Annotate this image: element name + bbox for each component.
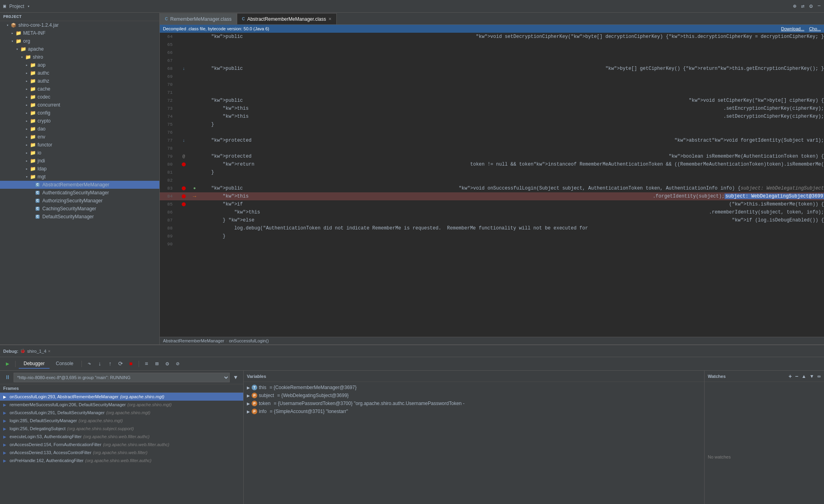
tree-item-shiro[interactable]: ▾ 📁 shiro xyxy=(0,53,159,61)
watches-up-icon[interactable]: ▲ xyxy=(802,374,806,379)
tree-item-concurrent[interactable]: ▸ 📁 concurrent xyxy=(0,101,159,109)
tree-item-io[interactable]: ▸ 📁 io xyxy=(0,149,159,157)
frames-pause-icon[interactable]: ⏸ xyxy=(3,373,12,382)
resume-icon[interactable]: ▶ xyxy=(3,360,12,368)
tree-item-config[interactable]: ▸ 📁 config xyxy=(0,109,159,117)
line-content[interactable]: "kw">this xyxy=(198,106,723,111)
breakpoint[interactable] xyxy=(182,186,186,190)
thread-selector[interactable]: *http-nio-8080-exec-8*@3,695 in group "m… xyxy=(14,373,230,382)
download-link[interactable]: Download... xyxy=(781,26,804,31)
line-content[interactable]: "kw">return xyxy=(198,162,470,167)
tab-console[interactable]: Console xyxy=(51,359,78,369)
line-content[interactable]: "kw">this xyxy=(198,210,709,215)
tree-item-aop[interactable]: ▸ 📁 aop xyxy=(0,61,159,69)
frame-item-8[interactable]: ▶ onPreHandle:162, AuthenticatingFilter … xyxy=(0,457,243,464)
tree-item-shiro-jar[interactable]: ▾ 📦 shiro-core-1.2.4.jar xyxy=(0,21,159,29)
frame-icon: ▶ xyxy=(3,435,8,439)
tree-item-org[interactable]: ▾ 📁 org xyxy=(0,37,159,45)
stop-icon[interactable]: ■ xyxy=(127,360,135,368)
tree-item-cache[interactable]: ▸ 📁 cache xyxy=(0,85,159,93)
watches-copy-icon[interactable]: ∞ xyxy=(817,374,821,379)
tree-item-AuthorizingSecurityManager[interactable]: C AuthorizingSecurityManager xyxy=(0,197,159,205)
dropdown-arrow[interactable]: ▾ xyxy=(28,4,30,9)
tab-abstract-remember-me-manager[interactable]: C AbstractRememberMeManager.class ✕ xyxy=(237,13,337,24)
rerun-icon[interactable]: ⟳ xyxy=(116,360,125,368)
tree-item-meta-inf[interactable]: ▸ 📁 META-INF xyxy=(0,29,159,37)
tree-item-apache[interactable]: ▾ 📁 apache xyxy=(0,45,159,53)
var-value: = {SimpleAccount@3701} "lonestarr" xyxy=(270,409,348,414)
line-content[interactable]: "kw">public xyxy=(198,186,459,191)
globe-icon[interactable]: ⊕ xyxy=(793,3,796,10)
line-content[interactable]: "kw">if xyxy=(198,202,729,207)
line-number: 74 xyxy=(160,114,176,119)
frame-item-0[interactable]: ▶ onSuccessfulLogin:293, AbstractRemembe… xyxy=(0,393,243,401)
arrows-icon[interactable]: ⇄ xyxy=(801,3,804,10)
tree-item-AuthenticatingSecurityManager[interactable]: C AuthenticatingSecurityManager xyxy=(0,189,159,197)
tree-icon: 📁 xyxy=(30,134,36,140)
tree-item-ldap[interactable]: ▸ 📁 ldap xyxy=(0,165,159,173)
settings-icon[interactable]: ⚙ xyxy=(163,360,172,368)
tree-item-mgt[interactable]: ▾ 📁 mgt xyxy=(0,173,159,181)
breakpoint[interactable] xyxy=(182,162,186,166)
watches-remove-icon[interactable]: − xyxy=(795,373,798,379)
frame-item-5[interactable]: ▶ executeLogin:53, AuthenticatingFilter … xyxy=(0,433,243,441)
var-expand-arrow[interactable]: ▶ xyxy=(247,409,250,414)
tree-label: shiro-core-1.2.4.jar xyxy=(18,22,59,28)
tree-arrow: ▾ xyxy=(10,39,15,43)
var-expand-arrow[interactable]: ▶ xyxy=(247,385,250,390)
var-expand-arrow[interactable]: ▶ xyxy=(247,393,250,398)
tree-item-crypto[interactable]: ▸ 📁 crypto xyxy=(0,117,159,125)
step-into-icon[interactable]: ↓ xyxy=(95,360,104,368)
code-line-80: 80 "kw">return token != null && token "k… xyxy=(160,160,824,168)
var-expand-arrow[interactable]: ▶ xyxy=(247,401,250,406)
tree-item-CachingSecurityManager[interactable]: C CachingSecurityManager xyxy=(0,205,159,213)
tree-item-DefaultSecurityManager[interactable]: C DefaultSecurityManager xyxy=(0,213,159,221)
frame-item-2[interactable]: ▶ onSuccessfulLogin:291, DefaultSecurity… xyxy=(0,409,243,417)
line-content[interactable]: "kw">public xyxy=(198,98,689,103)
tree-item-env[interactable]: ▸ 📁 env xyxy=(0,133,159,141)
line-content[interactable]: "kw">protected xyxy=(198,154,669,159)
debug-session-close[interactable]: ✕ xyxy=(48,349,50,354)
line-content[interactable]: } xyxy=(198,233,824,239)
step-out-icon[interactable]: ↑ xyxy=(106,360,115,368)
frame-item-3[interactable]: ▶ login:285, DefaultSecurityManager (org… xyxy=(0,417,243,425)
tree-item-authc[interactable]: ▸ 📁 authc xyxy=(0,69,159,77)
line-content[interactable]: "kw">public xyxy=(198,66,606,71)
choose-link[interactable]: Cho... xyxy=(809,26,821,31)
tree-item-AbstractRememberMeManager[interactable]: C AbstractRememberMeManager xyxy=(0,181,159,189)
line-content[interactable]: } "kw">else xyxy=(198,217,732,223)
watches-label: Watches xyxy=(708,374,726,379)
line-content[interactable]: "kw">public xyxy=(198,34,476,40)
line-content[interactable]: "kw">this xyxy=(198,194,653,199)
line-content[interactable]: "kw">protected xyxy=(198,138,675,143)
breakpoint-current[interactable] xyxy=(182,194,186,198)
frame-item-1[interactable]: ▶ rememberMeSuccessfulLogin:206, Default… xyxy=(0,401,243,409)
gear-icon[interactable]: ⚙ xyxy=(809,3,812,10)
minus-icon[interactable]: − xyxy=(818,3,821,10)
step-over-icon[interactable]: ↷ xyxy=(85,360,94,368)
breakpoint[interactable] xyxy=(182,202,186,206)
line-content[interactable]: } xyxy=(198,170,824,175)
line-content[interactable]: log.debug("AuthenticationToken did not i… xyxy=(198,225,824,231)
tree-item-codec[interactable]: ▸ 📁 codec xyxy=(0,93,159,101)
tree-item-authz[interactable]: ▸ 📁 authz xyxy=(0,77,159,85)
frame-item-7[interactable]: ▶ onAccessDenied:133, AccessControlFilte… xyxy=(0,449,243,457)
threads-icon[interactable]: ⊞ xyxy=(153,360,161,368)
tab-close-2[interactable]: ✕ xyxy=(328,17,332,21)
line-content[interactable]: "kw">this xyxy=(198,114,723,119)
tree-item-jndi[interactable]: ▸ 📁 jndi xyxy=(0,157,159,165)
frames-icon[interactable]: ≡ xyxy=(142,360,151,368)
frame-item-4[interactable]: ▶ login:256, DelegatingSubject (org.apac… xyxy=(0,425,243,433)
tree-item-functor[interactable]: ▸ 📁 functor xyxy=(0,141,159,149)
tab-label-1: RememberMeManager.class xyxy=(170,16,231,22)
frame-item-6[interactable]: ▶ onAccessDenied:154, FormAuthentication… xyxy=(0,441,243,449)
line-content[interactable]: } xyxy=(198,122,824,127)
filter-icon[interactable]: ⊘ xyxy=(173,360,182,368)
tree-item-dao[interactable]: ▸ 📁 dao xyxy=(0,125,159,133)
debug-toolbar: ▶ Debugger Console ↷ ↓ ↑ ⟳ ■ ≡ ⊞ ⚙ ⊘ xyxy=(0,357,824,371)
watches-down-icon[interactable]: ▼ xyxy=(810,374,814,379)
tab-remember-me-manager[interactable]: C RememberMeManager.class xyxy=(160,13,237,24)
watches-add-icon[interactable]: + xyxy=(788,373,792,379)
thread-filter-icon[interactable]: ▼ xyxy=(231,373,240,382)
tab-debugger[interactable]: Debugger xyxy=(19,359,50,369)
